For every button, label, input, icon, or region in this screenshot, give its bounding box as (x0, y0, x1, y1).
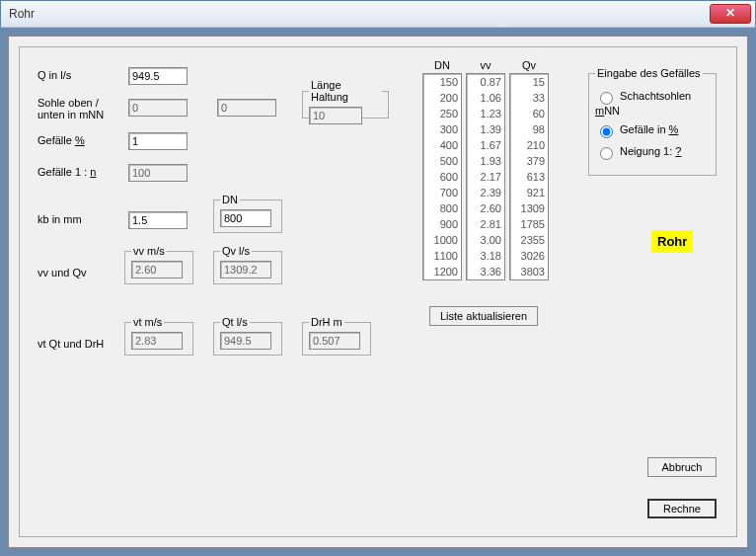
input-qv[interactable] (220, 261, 271, 278)
table-row[interactable]: 33 (510, 90, 548, 106)
table-row[interactable]: 1785 (510, 216, 548, 232)
table-row[interactable]: 15 (510, 74, 548, 90)
table-row[interactable]: 200 (423, 90, 461, 106)
table-row[interactable]: 379 (510, 153, 548, 169)
table-row[interactable]: 60 (510, 106, 548, 121)
legend-eingabe: Eingabe des Gefälles (595, 67, 703, 79)
input-vv[interactable] (131, 261, 183, 278)
legend-qv: Qv l/s (220, 245, 252, 257)
table-row[interactable]: 98 (510, 121, 548, 137)
fieldset-dn: DN (213, 194, 282, 233)
radio-schachtsohlen-input[interactable] (600, 92, 613, 105)
table-row[interactable]: 2.17 (467, 169, 504, 185)
results-table: DN 1502002503004005006007008009001000110… (422, 59, 549, 280)
table-row[interactable]: 1000 (423, 232, 461, 248)
legend-qt: Qt l/s (220, 316, 250, 328)
col-qv: Qv 1533609821037961392113091785235530263… (509, 59, 549, 280)
col-dn: DN 1502002503004005006007008009001000110… (422, 59, 462, 280)
table-row[interactable]: 500 (423, 153, 461, 169)
table-row[interactable]: 3026 (510, 248, 548, 264)
titlebar: Rohr ✕ (0, 0, 756, 28)
table-row[interactable]: 600 (423, 169, 461, 185)
fieldset-drh: DrH m (302, 316, 371, 356)
table-row[interactable]: 700 (423, 185, 461, 200)
table-row[interactable]: 613 (510, 169, 548, 185)
legend-dn: DN (220, 194, 240, 205)
input-dn[interactable] (220, 209, 271, 227)
radio-gefaelle-prozent[interactable]: Gefälle in % (595, 122, 710, 138)
label-gefpct: Gefälle % (38, 134, 85, 146)
window-body: Q in l/s Sohle oben / unten in mNN Gefäl… (8, 36, 748, 548)
table-row[interactable]: 250 (423, 106, 461, 121)
table-row[interactable]: 300 (423, 121, 461, 137)
input-gefpct[interactable] (128, 132, 188, 150)
label-sohle: Sohle oben / unten in mNN (38, 97, 126, 120)
radio-gefaelle-prozent-input[interactable] (600, 125, 613, 138)
radio-neigung-input[interactable] (600, 147, 613, 160)
listbox-dn[interactable]: 1502002503004005006007008009001000110012… (422, 73, 462, 280)
input-kb[interactable] (128, 211, 188, 229)
legend-vt: vt m/s (131, 316, 164, 328)
input-sohle-oben[interactable] (128, 99, 188, 117)
table-row[interactable]: 800 (423, 200, 461, 216)
radio-neigung[interactable]: Neigung 1: ? (595, 144, 710, 160)
fieldset-qv: Qv l/s (213, 245, 282, 284)
label-vtqtdrh: vt Qt und DrH (38, 338, 104, 350)
legend-vv: vv m/s (131, 245, 167, 257)
table-row[interactable]: 150 (423, 74, 461, 90)
legend-laenge: Länge Haltung (309, 79, 382, 103)
table-row[interactable]: 2.39 (467, 185, 504, 200)
listbox-qv[interactable]: 1533609821037961392113091785235530263803 (509, 73, 549, 280)
table-row[interactable]: 3803 (510, 264, 548, 279)
input-laenge[interactable] (309, 107, 362, 124)
table-row[interactable]: 1.93 (467, 153, 504, 169)
label-vvqv: vv und Qv (38, 267, 87, 278)
input-q[interactable] (128, 67, 188, 85)
button-liste-aktualisieren[interactable]: Liste aktualisieren (429, 306, 538, 326)
table-row[interactable]: 900 (423, 216, 461, 232)
input-gef1n[interactable] (128, 164, 188, 182)
head-dn: DN (422, 59, 462, 73)
fieldset-qt: Qt l/s (213, 316, 282, 356)
table-row[interactable]: 2355 (510, 232, 548, 248)
table-row[interactable]: 3.18 (467, 248, 504, 264)
fieldset-laenge: Länge Haltung (302, 79, 389, 119)
table-row[interactable]: 1200 (423, 264, 461, 279)
rohr-badge: Rohr (651, 230, 693, 253)
head-vv: vv (466, 59, 505, 73)
table-row[interactable]: 400 (423, 137, 461, 153)
label-q: Q in l/s (38, 69, 71, 81)
table-row[interactable]: 0.87 (467, 74, 504, 90)
head-qv: Qv (509, 59, 549, 73)
radio-schachtsohlen[interactable]: Schachtsohlen mNN (595, 89, 710, 117)
fieldset-eingabe-gefaelle: Eingabe des Gefälles Schachtsohlen mNN G… (588, 67, 717, 176)
label-gef1n: Gefälle 1 : n (38, 166, 96, 178)
button-abbruch[interactable]: Abbruch (647, 457, 717, 477)
input-drh[interactable] (309, 332, 360, 350)
input-qt[interactable] (220, 332, 271, 350)
window-title: Rohr (9, 7, 35, 21)
table-row[interactable]: 210 (510, 137, 548, 153)
col-vv: vv 0.871.061.231.391.671.932.172.392.602… (466, 59, 505, 280)
input-sohle-unten[interactable] (217, 99, 276, 117)
fieldset-vv: vv m/s (124, 245, 193, 284)
input-vt[interactable] (131, 332, 183, 350)
table-row[interactable]: 3.36 (467, 264, 504, 279)
table-row[interactable]: 2.60 (467, 200, 504, 216)
main-panel: Q in l/s Sohle oben / unten in mNN Gefäl… (19, 46, 737, 537)
label-kb: kb in mm (38, 213, 82, 225)
legend-drh: DrH m (309, 316, 344, 328)
fieldset-vt: vt m/s (124, 316, 193, 356)
listbox-vv[interactable]: 0.871.061.231.391.671.932.172.392.602.81… (466, 73, 505, 280)
table-row[interactable]: 3.00 (467, 232, 504, 248)
table-row[interactable]: 2.81 (467, 216, 504, 232)
table-row[interactable]: 1.39 (467, 121, 504, 137)
table-row[interactable]: 1309 (510, 200, 548, 216)
button-rechne[interactable]: Rechne (647, 499, 717, 518)
table-row[interactable]: 921 (510, 185, 548, 200)
table-row[interactable]: 1.67 (467, 137, 504, 153)
table-row[interactable]: 1100 (423, 248, 461, 264)
table-row[interactable]: 1.06 (467, 90, 504, 106)
close-button[interactable]: ✕ (710, 4, 751, 24)
table-row[interactable]: 1.23 (467, 106, 504, 121)
